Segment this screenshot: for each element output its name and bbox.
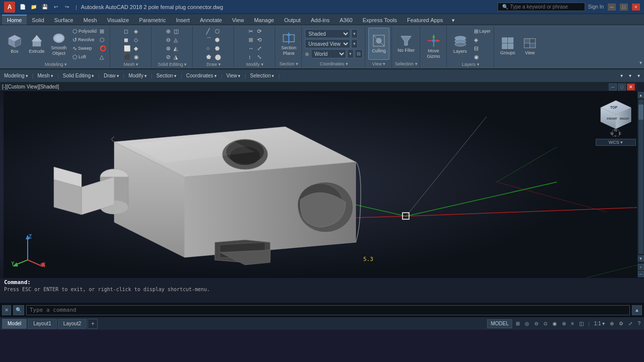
status-lineweight-btn[interactable]: ≡ bbox=[570, 321, 576, 326]
tab-express[interactable]: Express Tools bbox=[358, 15, 402, 25]
view-toolbar-btn[interactable]: View ▾ bbox=[224, 72, 243, 79]
status-tab-layout2[interactable]: Layout2 bbox=[58, 319, 87, 329]
modify-btn5[interactable]: ⟳ bbox=[256, 27, 263, 35]
tab-insert[interactable]: Insert bbox=[171, 15, 195, 25]
layers-btn[interactable]: Layers bbox=[450, 28, 471, 60]
tab-featured[interactable]: Featured Apps bbox=[402, 15, 448, 25]
draw-toolbar-btn[interactable]: Draw ▾ bbox=[102, 72, 121, 79]
mesh-row4-btn1[interactable]: ⬛ bbox=[123, 53, 132, 61]
polysolid-btn[interactable]: ⬡ Polysolid bbox=[71, 27, 98, 35]
tab-surface[interactable]: Surface bbox=[49, 15, 78, 25]
modify-toolbar-btn[interactable]: Modify ▾ bbox=[126, 72, 148, 79]
section-label[interactable]: Section ▾ bbox=[278, 61, 299, 66]
undo-btn[interactable]: ↩ bbox=[51, 3, 60, 12]
shading-select[interactable]: Shaded Wireframe Realistic bbox=[305, 29, 350, 38]
status-annotation-btn[interactable]: ⊕ bbox=[608, 321, 615, 326]
box-btn[interactable]: Box bbox=[4, 28, 25, 60]
tab-addins[interactable]: Add-ins bbox=[306, 15, 335, 25]
command-input[interactable] bbox=[26, 305, 630, 315]
modify-btn7[interactable]: ⤢ bbox=[256, 44, 263, 52]
draw-btn8[interactable]: ⬤ bbox=[214, 53, 222, 61]
modify-btn4[interactable]: ↕ bbox=[248, 53, 255, 61]
solid-editing-toolbar-btn[interactable]: Solid Editing ▾ bbox=[61, 72, 97, 79]
toolbar-options-btn[interactable]: ▾ bbox=[627, 72, 633, 79]
status-grid-btn[interactable]: ⊞ bbox=[514, 321, 521, 326]
mesh-row3-btn2[interactable]: ◆ bbox=[133, 44, 140, 52]
mesh-row2-btn2[interactable]: ◇ bbox=[133, 36, 140, 44]
toolbar-more-btn[interactable]: ▾ bbox=[635, 72, 642, 79]
maximize-btn[interactable]: □ bbox=[620, 4, 628, 11]
cmd-expand-btn[interactable]: ▲ bbox=[632, 305, 642, 315]
modify-label[interactable]: Modify ▾ bbox=[237, 62, 273, 67]
status-help-btn[interactable]: ? bbox=[636, 321, 642, 326]
sweep-btn[interactable]: ∿ Sweep bbox=[71, 44, 98, 52]
layer-row4[interactable]: ◉ bbox=[473, 53, 492, 61]
status-tab-add-btn[interactable]: + bbox=[88, 319, 98, 329]
navigation-cube[interactable]: TOP FRONT RIGHT N S W E WCS ▾ bbox=[596, 97, 636, 147]
layer-row2[interactable]: ◈ bbox=[473, 36, 492, 44]
mesh-toolbar-btn[interactable]: Mesh ▾ bbox=[35, 72, 55, 79]
scroll-zoom-out-btn[interactable]: ─ bbox=[638, 271, 644, 277]
draw-btn5[interactable]: ⬡ bbox=[214, 27, 222, 35]
no-filter-btn[interactable]: No Filter bbox=[395, 28, 417, 60]
open-btn[interactable]: 📁 bbox=[29, 3, 38, 12]
minimize-btn[interactable]: ─ bbox=[608, 4, 616, 11]
modeling-label[interactable]: Modeling ▾ bbox=[4, 62, 108, 67]
mesh-row4-btn2[interactable]: ◉ bbox=[133, 53, 140, 61]
status-polar-btn[interactable]: ⊙ bbox=[542, 321, 549, 326]
section-toolbar-btn[interactable]: Section ▾ bbox=[154, 72, 179, 79]
solidediting-btn5[interactable]: ◫ bbox=[173, 27, 180, 35]
solidediting-btn4[interactable]: ⊘ bbox=[165, 53, 172, 61]
modify-btn8[interactable]: ⤡ bbox=[256, 53, 263, 61]
mesh-row1-btn1[interactable]: ◻ bbox=[123, 27, 132, 35]
coord-extra-btn[interactable]: ⊟ bbox=[355, 49, 363, 58]
view-label[interactable]: View ▾ bbox=[368, 61, 389, 66]
solidediting-btn3[interactable]: ⊗ bbox=[165, 44, 172, 52]
loft-btn[interactable]: ⬠ Loft bbox=[71, 53, 98, 61]
move-gizmo-btn[interactable]: MoveGizmo bbox=[423, 30, 444, 62]
sign-in-btn[interactable]: Sign In bbox=[588, 4, 604, 10]
draw-btn6[interactable]: ⬢ bbox=[214, 36, 222, 44]
status-transparency-btn[interactable]: ◫ bbox=[578, 321, 585, 326]
solidediting-btn1[interactable]: ⊕ bbox=[165, 27, 172, 35]
modify-btn3[interactable]: ↔ bbox=[248, 44, 255, 52]
scroll-track[interactable] bbox=[638, 100, 643, 254]
tab-mesh[interactable]: Mesh bbox=[78, 15, 102, 25]
cmd-search-btn[interactable]: 🔍 bbox=[13, 305, 24, 315]
mesh-btn[interactable]: ⊞ bbox=[99, 27, 108, 35]
status-tab-model[interactable]: Model bbox=[2, 319, 27, 329]
close-btn[interactable]: ✕ bbox=[632, 4, 640, 11]
cmd-close-btn[interactable]: ✕ bbox=[2, 305, 11, 315]
solidediting-btn7[interactable]: ◭ bbox=[173, 44, 180, 52]
revolve-btn[interactable]: ↺ Revolve bbox=[71, 36, 98, 44]
tab-solid[interactable]: Solid bbox=[27, 15, 49, 25]
cylinder-btn[interactable]: ⭕ bbox=[99, 44, 108, 52]
coordinates-toolbar-btn[interactable]: Coordinates ▾ bbox=[184, 72, 219, 79]
draw-btn1[interactable]: ╱ bbox=[205, 27, 213, 35]
scroll-down-btn[interactable]: ▼ bbox=[638, 255, 644, 261]
modify-btn6[interactable]: ⟲ bbox=[256, 36, 263, 44]
view-more-btn[interactable]: ▾ bbox=[351, 39, 358, 48]
viewport-close-btn[interactable]: ✕ bbox=[627, 83, 635, 90]
coord-more-btn[interactable]: ▾ bbox=[347, 49, 354, 58]
viewport-maximize-btn[interactable]: □ bbox=[618, 83, 626, 90]
save-btn[interactable]: 💾 bbox=[40, 3, 49, 12]
draw-label[interactable]: Draw ▾ bbox=[196, 62, 231, 67]
status-fullscreen-btn[interactable]: ⤢ bbox=[627, 321, 634, 326]
layer-row3[interactable]: ⊟ bbox=[473, 44, 492, 52]
wcs-label[interactable]: WCS ▾ bbox=[596, 139, 636, 146]
ribbon-collapse-btn[interactable]: ▾ bbox=[639, 60, 642, 65]
viewport[interactable]: -75.9 5.3 bbox=[0, 92, 644, 278]
scroll-zoom-in-btn[interactable]: + bbox=[638, 264, 644, 270]
status-scale-btn[interactable]: 1:1 ▾ bbox=[593, 321, 607, 326]
draw-btn3[interactable]: ○ bbox=[205, 44, 213, 52]
groups-btn[interactable]: Groups bbox=[497, 30, 518, 62]
primitives-btn[interactable]: ⬡ bbox=[99, 36, 108, 44]
tab-home[interactable]: Home bbox=[2, 15, 27, 25]
tab-manage[interactable]: Manage bbox=[249, 15, 279, 25]
status-workspace-btn[interactable]: ⚙ bbox=[617, 321, 625, 326]
viewport-minimize-btn[interactable]: ─ bbox=[609, 83, 617, 90]
view-btn[interactable]: View bbox=[519, 30, 540, 62]
selection-label[interactable]: Selection ▾ bbox=[395, 61, 418, 66]
status-ortho-btn[interactable]: ⊖ bbox=[533, 321, 540, 326]
